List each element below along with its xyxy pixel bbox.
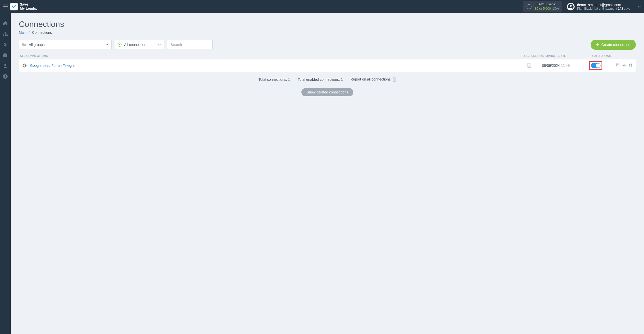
svg-rect-5 (5, 32, 6, 33)
svg-rect-7 (5, 35, 6, 36)
groups-filter-select[interactable]: All groups (19, 40, 112, 50)
page-title: Connections (19, 20, 636, 29)
breadcrumb-main-link[interactable]: Main (19, 30, 26, 35)
document-icon[interactable] (393, 77, 396, 82)
copy-button[interactable] (616, 63, 620, 68)
dollar-icon[interactable]: $ (3, 42, 8, 47)
logo-icon (10, 3, 18, 10)
svg-rect-6 (3, 35, 4, 36)
chevron-down-icon (638, 5, 641, 8)
leads-usage-badge: LEADS usage: 80 of 5'000 (2%) (523, 1, 562, 12)
google-icon (22, 63, 27, 68)
home-icon[interactable] (3, 21, 8, 26)
svg-text:?: ? (4, 75, 6, 78)
create-connection-button[interactable]: Create connection (591, 40, 636, 50)
table-row: Google Lead Form - Telegram 08/06/2024 1… (19, 59, 636, 72)
usage-total: 5'000 (543, 7, 551, 10)
auto-update-toggle[interactable] (591, 63, 601, 68)
search-input[interactable] (167, 40, 213, 50)
summary-row: Total connections: 1 Total enabled conne… (19, 77, 636, 82)
trash-icon (629, 63, 632, 67)
connection-filter-select[interactable]: All connection (114, 40, 164, 50)
help-icon[interactable]: ? (3, 74, 8, 79)
th-auto-update: AUTO UPDATE (592, 54, 635, 57)
chevron-down-icon (158, 44, 161, 46)
svg-rect-8 (6, 35, 8, 36)
sitemap-icon[interactable] (3, 31, 8, 36)
gear-icon (622, 63, 626, 67)
chevron-down-icon (105, 44, 108, 46)
delete-button[interactable] (629, 63, 632, 68)
usage-of: of (539, 7, 543, 10)
svg-rect-16 (617, 64, 619, 67)
briefcase-icon[interactable] (3, 53, 8, 58)
th-log-errors: LOG / ERRORS (520, 54, 546, 57)
usage-label: LEADS usage: (535, 2, 559, 7)
svg-rect-11 (5, 54, 6, 54)
th-all-connections: ALL CONNECTIONS (20, 54, 520, 57)
svg-point-4 (570, 5, 572, 7)
menu-toggle-icon[interactable] (3, 4, 8, 9)
update-date: 08/06/2024 12:49 (542, 63, 589, 68)
info-icon (526, 4, 532, 9)
play-circle-icon (118, 43, 122, 47)
svg-point-17 (624, 65, 625, 66)
document-icon (527, 63, 531, 68)
user-email: demo_sml_test@gmail.com (577, 3, 630, 7)
sidebar: $ ? (0, 13, 11, 334)
svg-point-12 (4, 64, 6, 66)
total-connections: Total connections: 1 (258, 77, 290, 82)
settings-button[interactable] (622, 63, 626, 68)
main-content: Connections Main / Connections All group… (11, 13, 644, 334)
usage-pct: (2%) (552, 7, 559, 10)
breadcrumb: Main / Connections (19, 30, 636, 35)
logo[interactable]: Save My Leads. (10, 3, 37, 10)
user-menu[interactable]: demo_sml_test@gmail.com Plan |Basic| lef… (567, 3, 641, 10)
svg-point-1 (529, 5, 529, 6)
th-update-date: UPDATE DATE (546, 54, 592, 57)
log-button[interactable] (517, 63, 542, 68)
table-header: ALL CONNECTIONS LOG / ERRORS UPDATE DATE… (19, 54, 636, 57)
svg-rect-10 (3, 54, 7, 57)
user-plan: Plan |Basic| left until payment 148 days (577, 7, 630, 10)
usage-used: 80 (535, 7, 538, 10)
folder-icon (22, 43, 26, 46)
plus-icon (596, 43, 599, 46)
connection-name-link[interactable]: Google Lead Form - Telegram (30, 63, 517, 68)
copy-icon (616, 63, 620, 67)
user-avatar-icon (567, 3, 575, 10)
svg-rect-2 (529, 6, 529, 8)
report-all-connections: Report on all connections: (350, 77, 396, 82)
top-header: Save My Leads. LEADS usage: 80 of 5'000 … (0, 0, 644, 13)
user-icon[interactable] (3, 63, 8, 68)
breadcrumb-current: Connections (32, 30, 52, 35)
logo-text: Save My Leads. (20, 3, 37, 10)
auto-update-highlight (589, 61, 602, 70)
show-deleted-button[interactable]: Show deleted connections (301, 88, 353, 96)
total-enabled-connections: Total enabled connections: 1 (298, 77, 343, 82)
svg-text:$: $ (4, 42, 7, 47)
